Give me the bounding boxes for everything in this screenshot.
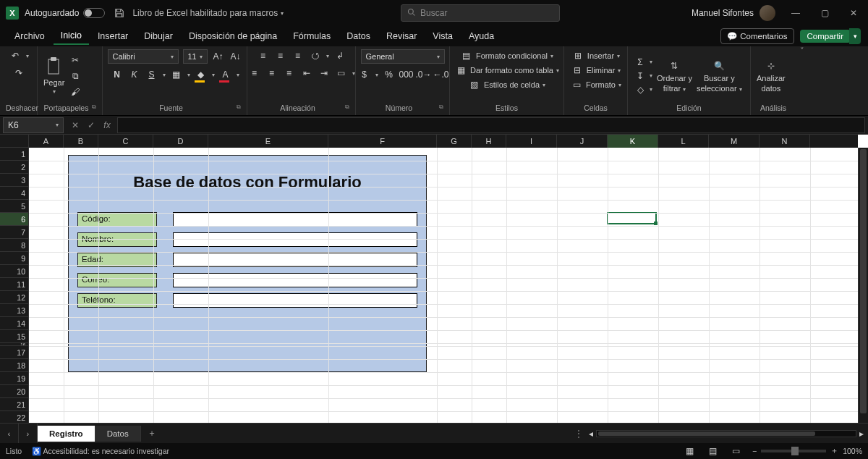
fill-handle[interactable] [654,222,658,225]
close-button[interactable]: ✕ [839,0,868,26]
zoom-control[interactable]: − ＋ 100% [752,446,862,456]
tab-vista[interactable]: Vista [425,28,460,44]
cut-icon[interactable]: ✂ [69,54,82,67]
tab-disposición-de-página[interactable]: Disposición de página [182,28,284,44]
row-header-22[interactable]: 22 [0,411,29,423]
autosum-button[interactable]: Σ▾ [634,56,652,69]
scroll-right-icon[interactable]: ▸ [859,429,864,439]
col-header-B[interactable]: B [64,135,98,148]
tab-fórmulas[interactable]: Fórmulas [286,28,338,44]
sheet-tab-registro[interactable]: Registro [38,426,95,442]
redo-icon[interactable]: ↷ [12,67,25,80]
select-all-corner[interactable] [0,135,29,148]
copy-icon[interactable]: ⧉ [69,70,82,83]
autosave-toggle[interactable] [83,8,105,18]
font-color-button[interactable]: A [219,68,232,81]
col-header-A[interactable]: A [29,135,64,148]
col-header-C[interactable]: C [98,135,153,148]
analyze-data-button[interactable]: ⊹ Analizar datos [757,59,786,93]
maximize-button[interactable]: ▢ [810,0,839,26]
col-header-J[interactable]: J [557,135,608,148]
save-icon[interactable] [112,6,127,20]
format-as-table-button[interactable]: ▦Dar formato como tabla▾ [454,64,559,77]
share-dropdown[interactable]: ▾ [849,28,861,44]
conditional-formatting-button[interactable]: ▤Formato condicional▾ [460,49,553,62]
row-header-3[interactable]: 3 [0,174,29,187]
percent-icon[interactable]: % [383,68,396,81]
comments-button[interactable]: 💬 Comentarios [720,28,793,44]
column-headers[interactable]: ABCDEFGHIJKLMN [29,135,858,148]
row-header-5[interactable]: 5 [0,200,29,213]
fill-color-button[interactable]: ◆ [195,68,208,81]
increase-indent-icon[interactable]: ⇥ [318,67,331,80]
col-header-D[interactable]: D [153,135,208,148]
increase-font-icon[interactable]: A↑ [212,50,225,63]
col-header-E[interactable]: E [208,135,328,148]
row-header-7[interactable]: 7 [0,226,29,239]
decrease-font-icon[interactable]: A↓ [229,50,242,63]
zoom-out-icon[interactable]: − [752,447,757,455]
tab-inicio[interactable]: Inicio [54,28,89,45]
format-painter-icon[interactable]: 🖌 [69,85,82,98]
undo-icon[interactable]: ↶ [9,49,22,62]
row-header-13[interactable]: 13 [0,304,29,317]
insert-cells-button[interactable]: ⊞Insertar▾ [571,49,620,62]
col-header-K[interactable]: K [608,135,658,148]
tab-insertar[interactable]: Insertar [90,28,135,44]
row-header-1[interactable]: 1 [0,148,29,161]
row-header-4[interactable]: 4 [0,187,29,200]
col-header-F[interactable]: F [328,135,437,148]
col-header-L[interactable]: L [658,135,709,148]
wrap-text-icon[interactable]: ↲ [333,49,346,62]
minimize-button[interactable]: — [781,0,810,26]
name-box[interactable]: K6▾ [3,117,64,133]
fill-button[interactable]: ↧▾ [634,70,652,83]
cancel-formula-icon[interactable]: ✕ [68,120,82,130]
sheet-tab-datos[interactable]: Datos [95,426,141,442]
align-right-icon[interactable]: ≡ [283,67,296,80]
currency-icon[interactable]: $ [358,68,371,81]
font-name-select[interactable]: Calibri▾ [108,49,179,64]
form-input[interactable] [173,273,417,287]
row-header-10[interactable]: 10 [0,265,29,278]
collapse-ribbon-button[interactable]: ˅ [796,46,809,115]
row-header-14[interactable]: 14 [0,317,29,330]
view-page-break-icon[interactable]: ▭ [729,445,742,458]
row-header-20[interactable]: 20 [0,385,29,398]
row-header-15[interactable]: 15 [0,330,29,343]
autosave-control[interactable]: Autoguardado [25,8,105,18]
share-button[interactable]: Compartir [800,30,851,43]
tab-ayuda[interactable]: Ayuda [461,28,501,44]
number-format-select[interactable]: General▾ [361,49,445,64]
tab-datos[interactable]: Datos [339,28,378,44]
document-title[interactable]: Libro de Excel habilitado para macros ▾ [132,8,284,18]
underline-button[interactable]: S [145,68,158,81]
row-header-12[interactable]: 12 [0,291,29,304]
accept-formula-icon[interactable]: ✓ [84,120,98,130]
tab-archivo[interactable]: Archivo [7,28,52,44]
view-page-layout-icon[interactable]: ▤ [706,445,719,458]
italic-button[interactable]: K [128,68,141,81]
formula-input[interactable] [117,117,865,133]
form-input[interactable] [173,212,417,227]
account-area[interactable]: Manuel Sifontes [692,5,775,21]
comma-icon[interactable]: 000 [400,68,413,81]
form-input[interactable] [173,293,417,308]
row-header-8[interactable]: 8 [0,239,29,252]
clear-button[interactable]: ◇▾ [634,83,652,96]
form-input[interactable] [173,232,417,247]
col-header-H[interactable]: H [472,135,506,148]
align-top-icon[interactable]: ≡ [257,49,270,62]
row-header-11[interactable]: 11 [0,278,29,291]
add-sheet-button[interactable]: ＋ [141,428,163,439]
view-normal-icon[interactable]: ▦ [683,445,696,458]
zoom-in-icon[interactable]: ＋ [830,446,838,456]
decrease-decimal-icon[interactable]: ←.0 [435,68,448,81]
row-header-17[interactable]: 17 [0,346,29,359]
row-header-6[interactable]: 6 [0,213,29,226]
col-header-N[interactable]: N [760,135,810,148]
tab-split-handle[interactable]: ⋮ [574,429,583,439]
row-header-9[interactable]: 9 [0,252,29,265]
sheet-nav-prev[interactable]: ‹ [0,424,19,444]
sheet-nav-next[interactable]: › [19,424,38,444]
